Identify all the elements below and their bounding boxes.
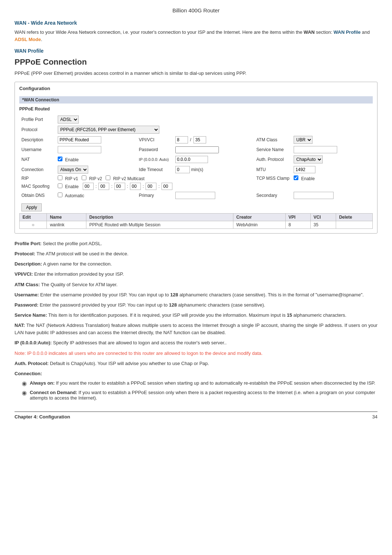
page-title: Billion 400G Router <box>15 7 377 13</box>
tcp-mss-clamp-enable-label: Enable <box>294 176 315 181</box>
wan-profile-title: WAN Profile <box>15 48 377 54</box>
profile-port-label: Profile Port <box>19 114 56 125</box>
vpi-vci-separator: / <box>190 137 191 142</box>
wan-section-title: WAN - Wide Area Network <box>15 20 377 26</box>
rip-v2-label: RIP v2 <box>82 176 103 181</box>
row-creator: WebAdmin <box>233 221 286 229</box>
password-input[interactable] <box>175 146 219 153</box>
row-edit[interactable]: ○ <box>20 221 47 229</box>
wan-profile-link[interactable]: WAN Profile <box>334 29 360 35</box>
primary-dns-input[interactable] <box>175 192 215 199</box>
wan-profile-table: Edit Name Description Creator VPI VCI De… <box>19 213 373 229</box>
row-vpi: 8 <box>285 221 310 229</box>
mac-spoofing-checkbox[interactable] <box>58 183 62 188</box>
protocol-para: Protocol: The ATM protocol will be used … <box>15 250 377 258</box>
config-form-table: Profile Port ADSL Protocol PPPoE (RFC251… <box>19 114 373 212</box>
vpi-vci-label: VPI/VCI <box>137 135 173 145</box>
row-vci: 35 <box>310 221 336 229</box>
protocol-bold: Protocol: <box>15 251 35 256</box>
username-para: Username: Enter the username provided by… <box>15 291 377 299</box>
mac-input-1[interactable] <box>83 183 94 190</box>
service-name-input[interactable] <box>294 146 337 153</box>
idle-timeout-input[interactable] <box>175 166 190 173</box>
username-input[interactable] <box>58 146 101 153</box>
edit-icon: ○ <box>32 222 34 227</box>
footer-page: 34 <box>372 414 377 420</box>
rip-v2-multicast-checkbox[interactable] <box>106 175 110 180</box>
profile-port-select[interactable]: ADSL <box>58 116 79 123</box>
vpi-vci-bold: VPI/VCI: <box>15 271 33 277</box>
obtain-dns-row: Obtain DNS Automatic Primary Secondary <box>19 191 373 200</box>
profile-port-bold: Profile Port: <box>15 241 41 246</box>
auth-protocol-select[interactable]: ChapAuto <box>294 155 323 163</box>
atm-class-select[interactable]: UBR <box>294 136 313 144</box>
col-vpi: VPI <box>285 214 310 221</box>
mtu-input[interactable] <box>294 166 315 173</box>
body-section: Profile Port: Select the profile port AD… <box>15 240 377 401</box>
col-delete: Delete <box>336 214 373 221</box>
ip-bold: IP (0.0.0.0:Auto): <box>15 340 52 345</box>
mac-input-3[interactable] <box>114 183 125 190</box>
ip-para: IP (0.0.0.0:Auto): Specify IP addresses … <box>15 339 377 347</box>
mac-input-6[interactable] <box>162 183 172 190</box>
vpi-input[interactable] <box>175 136 188 143</box>
row-name: wanlink <box>47 221 86 229</box>
configuration-box: Configuration *WAN Connection PPPoE Rout… <box>15 82 377 234</box>
obtain-dns-auto-checkbox[interactable] <box>58 193 62 197</box>
auth-protocol-label: Auth. Protocol <box>254 154 291 165</box>
nat-enable-label: Enable <box>58 157 79 162</box>
mac-spoofing-label: MAC Spoofing <box>19 182 56 191</box>
description-label: Description <box>19 135 56 145</box>
username-row: Username Password Service Name <box>19 145 373 154</box>
col-vci: VCI <box>310 214 336 221</box>
connection-select[interactable]: Always On <box>58 166 88 174</box>
vci-input[interactable] <box>193 136 206 143</box>
mtu-label: MTU <box>254 165 291 175</box>
atm-class-para: ATM Class: The Quality of Service for AT… <box>15 281 377 288</box>
pppoe-description: PPPoE (PPP over Ethernet) provides acces… <box>15 70 377 76</box>
rip-v2-checkbox[interactable] <box>82 175 86 180</box>
obtain-dns-label: Obtain DNS <box>19 191 56 200</box>
intro-text-start: WAN refers to your Wide Area Network con… <box>15 29 304 35</box>
config-box-title: Configuration <box>19 86 373 93</box>
footer-chapter: Chapter 4: Configuration <box>15 414 70 420</box>
demand-bold: Connect on Demand: <box>30 390 77 395</box>
connection-item-always-on: ◉ Always on: If you want the router to e… <box>15 380 377 387</box>
description-bold: Description: <box>15 261 42 267</box>
atm-class-label: ATM Class <box>254 135 291 145</box>
col-edit: Edit <box>20 214 47 221</box>
rip-v1-checkbox[interactable] <box>58 175 62 180</box>
mac-spoofing-enable-label: Enable <box>58 183 79 189</box>
secondary-dns-input[interactable] <box>294 192 334 199</box>
adsl-mode-link[interactable]: ADSL Mode <box>15 37 41 42</box>
nat-para: NAT: The NAT (Network Address Translatio… <box>15 322 377 336</box>
note-para: Note: IP 0.0.0.0 indicates all users who… <box>15 350 377 357</box>
atm-class-bold: ATM Class: <box>15 282 40 287</box>
auth-protocol-bold: Auth. Protocol: <box>15 361 49 366</box>
vpi-vci-para: VPI/VCI: Enter the information provided … <box>15 271 377 278</box>
table-header-row: Edit Name Description Creator VPI VCI De… <box>20 214 373 221</box>
mac-input-2[interactable] <box>98 183 109 190</box>
nat-enable-checkbox[interactable] <box>58 157 62 161</box>
description-input[interactable] <box>58 136 101 143</box>
ip-input[interactable] <box>175 156 208 163</box>
mac-input-4[interactable] <box>130 183 141 190</box>
protocol-select[interactable]: PPPoE (RFC2516, PPP over Ethernet) <box>58 126 159 134</box>
apply-button[interactable]: Apply <box>21 203 42 211</box>
protocol-label: Protocol <box>19 125 56 135</box>
wan-connection-label: *WAN Connection <box>19 96 373 104</box>
always-on-bullet: ◉ <box>22 380 27 387</box>
tcp-mss-clamp-checkbox[interactable] <box>294 175 298 180</box>
mac-input-5[interactable] <box>146 183 156 190</box>
mac-spoofing-row: MAC Spoofing Enable : : : : <box>19 182 373 191</box>
pppoe-connection-title: PPPoE Connection <box>15 57 377 67</box>
description-row: Description VPI/VCI / ATM Class UBR <box>19 135 373 145</box>
username-label: Username <box>19 145 56 154</box>
connection-bold: Connection: <box>15 371 42 376</box>
obtain-dns-auto-label: Automatic <box>58 193 84 198</box>
col-creator: Creator <box>233 214 286 221</box>
row-delete <box>336 221 373 229</box>
nat-bold: NAT: <box>15 323 25 328</box>
connection-label: Connection <box>19 165 56 175</box>
secondary-dns-label: Secondary <box>254 191 291 200</box>
